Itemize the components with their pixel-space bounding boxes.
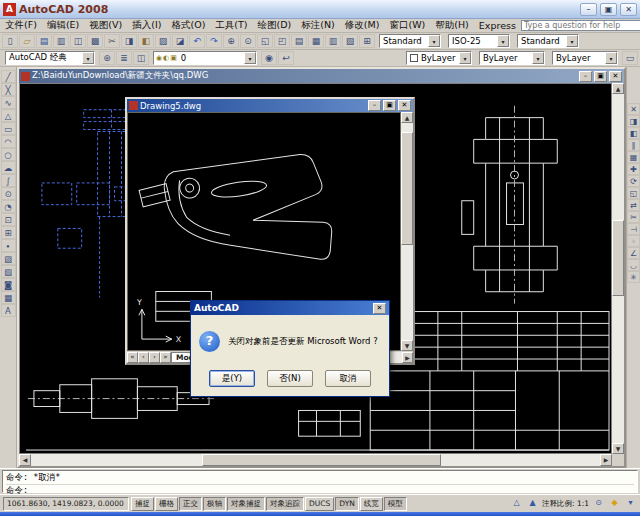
- status-menu-icon[interactable]: ▾: [624, 497, 637, 510]
- scrollbar-track[interactable]: [401, 123, 413, 340]
- status-shield-icon[interactable]: ◆: [608, 497, 621, 510]
- mirror-icon[interactable]: ◧: [627, 127, 640, 139]
- menu-item[interactable]: 帮助(H): [430, 19, 474, 32]
- status-toggle[interactable]: 对象追踪: [266, 497, 304, 511]
- dropdown-icon[interactable]: ▾: [605, 52, 617, 64]
- stretch-icon[interactable]: ⇄: [627, 199, 640, 211]
- workspace-settings-icon[interactable]: ⊛: [99, 51, 115, 65]
- dropdown-icon[interactable]: ▾: [428, 35, 440, 47]
- make-object-layer-icon[interactable]: ◉: [261, 51, 277, 65]
- menu-item[interactable]: 绘图(D): [253, 19, 297, 32]
- scrollbar-thumb[interactable]: [401, 132, 413, 245]
- open-icon[interactable]: ▱: [19, 34, 35, 48]
- save-icon[interactable]: ▤: [36, 34, 52, 48]
- region-icon[interactable]: ◙: [1, 278, 16, 291]
- status-toggle[interactable]: 对象捕捉: [227, 497, 265, 511]
- layer-properties-icon[interactable]: ≣: [116, 51, 132, 65]
- plot-style-icon[interactable]: ▭: [622, 51, 638, 65]
- shaft-view-geometry[interactable]: [28, 379, 217, 419]
- zoom-previous-icon[interactable]: ◰: [274, 34, 290, 48]
- drawing5-minimize-button[interactable]: –: [368, 100, 381, 111]
- move-icon[interactable]: ✚: [627, 163, 640, 175]
- dialog-close-button[interactable]: ✕: [373, 303, 386, 314]
- child-restore-button[interactable]: ▣: [594, 71, 607, 82]
- polygon-icon[interactable]: △: [1, 109, 16, 122]
- drawing5-vertical-scrollbar[interactable]: ▲ ▼: [401, 112, 413, 351]
- plot-icon[interactable]: ▥: [53, 34, 69, 48]
- status-toggle[interactable]: 栅格: [155, 497, 178, 511]
- tool-palettes-icon[interactable]: ▥: [325, 34, 341, 48]
- spline-icon[interactable]: ∫: [1, 174, 16, 187]
- status-toggle[interactable]: 线宽: [360, 497, 383, 511]
- scale-icon[interactable]: ◱: [627, 187, 640, 199]
- rectangle-icon[interactable]: ▭: [1, 122, 16, 135]
- dim-style-combo[interactable]: ISO-25 ▾: [448, 34, 510, 48]
- drawing-canvas[interactable]: 4.93 Drawing5.dwg – ▣ ✕: [19, 83, 612, 454]
- table-icon[interactable]: ▦: [1, 291, 16, 304]
- drawing5-maximize-button[interactable]: ▣: [383, 100, 396, 111]
- table-style-combo[interactable]: Standard ▾: [517, 34, 579, 48]
- zoom-realtime-icon[interactable]: ⊙: [240, 34, 256, 48]
- calculator-icon[interactable]: ⊞: [359, 34, 375, 48]
- menu-item[interactable]: 窗口(W): [384, 19, 430, 32]
- dropdown-icon[interactable]: ▾: [497, 35, 509, 47]
- dropdown-icon[interactable]: ▾: [459, 52, 471, 64]
- status-toggle[interactable]: DYN: [335, 497, 359, 511]
- dialog-titlebar[interactable]: AutoCAD ✕: [191, 301, 389, 315]
- hatch-icon[interactable]: ▨: [1, 252, 16, 265]
- cut-icon[interactable]: ✂: [104, 34, 120, 48]
- status-toggle[interactable]: 捕捉: [131, 497, 154, 511]
- menu-item[interactable]: 编辑(E): [42, 19, 84, 32]
- child-close-button[interactable]: ✕: [609, 71, 622, 82]
- tab-first-icon[interactable]: «: [127, 352, 138, 363]
- array-icon[interactable]: ▦: [627, 151, 640, 163]
- revision-cloud-icon[interactable]: ☁: [1, 161, 16, 174]
- color-combo[interactable]: ByLayer ▾: [406, 51, 472, 65]
- circle-icon[interactable]: ○: [1, 148, 16, 161]
- scroll-left-icon[interactable]: ◀: [19, 454, 31, 466]
- annotation-autoscale-icon[interactable]: ▲: [526, 497, 539, 510]
- cancel-button[interactable]: 取消: [325, 370, 371, 387]
- copy-clip-icon[interactable]: ◨: [121, 34, 137, 48]
- scroll-right-icon[interactable]: ▶: [402, 352, 413, 363]
- offset-icon[interactable]: ∥: [627, 139, 640, 151]
- text-style-combo[interactable]: Standard ▾: [379, 34, 441, 48]
- layer-states-icon[interactable]: ◫: [133, 51, 149, 65]
- maximize-button[interactable]: ▣: [600, 3, 617, 16]
- lineweight-combo[interactable]: ByLayer ▾: [552, 51, 618, 65]
- zoom-window-icon[interactable]: ◱: [257, 34, 273, 48]
- annotation-visibility-icon[interactable]: △: [510, 497, 523, 510]
- rotate-icon[interactable]: ⟳: [627, 175, 640, 187]
- sheet-set-manager-icon[interactable]: ▧: [342, 34, 358, 48]
- yes-button[interactable]: 是(Y): [209, 370, 255, 387]
- scroll-down-icon[interactable]: ▼: [401, 340, 413, 351]
- canvas-horizontal-scrollbar[interactable]: ◀ ▶: [19, 454, 624, 466]
- chamfer-icon[interactable]: ∠: [627, 247, 640, 259]
- layer-combo[interactable]: ◉◐▣ 0 ▾: [153, 51, 257, 65]
- linetype-combo[interactable]: ByLayer ▾: [479, 51, 545, 65]
- scrollbar-track[interactable]: [612, 94, 624, 443]
- dropdown-icon[interactable]: ▾: [244, 52, 256, 64]
- menu-item[interactable]: 插入(I): [127, 19, 166, 32]
- point-icon[interactable]: ∙: [1, 239, 16, 252]
- scroll-down-icon[interactable]: ▼: [612, 443, 624, 454]
- polyline-icon[interactable]: ∿: [1, 96, 16, 109]
- status-toggle[interactable]: 极轴: [203, 497, 226, 511]
- publish-icon[interactable]: ▩: [87, 34, 103, 48]
- canvas-vertical-scrollbar[interactable]: ▲ ▼: [612, 83, 624, 454]
- arc-icon[interactable]: ◠: [1, 135, 16, 148]
- scrollbar-track[interactable]: [31, 454, 600, 466]
- dropdown-icon[interactable]: ▾: [82, 52, 94, 64]
- child-minimize-button[interactable]: –: [579, 71, 592, 82]
- menu-item[interactable]: 格式(O): [166, 19, 210, 32]
- fillet-icon[interactable]: ◡: [627, 259, 640, 271]
- dropdown-icon[interactable]: ▾: [532, 52, 544, 64]
- gradient-icon[interactable]: ▧: [1, 265, 16, 278]
- detail-view-geometry[interactable]: [299, 410, 361, 436]
- properties-icon[interactable]: ▤: [291, 34, 307, 48]
- scrollbar-thumb[interactable]: [202, 454, 441, 466]
- help-search-input[interactable]: [521, 20, 640, 31]
- make-block-icon[interactable]: ⊞: [1, 226, 16, 239]
- copy-icon[interactable]: ◨: [627, 115, 640, 127]
- undo-icon[interactable]: ↶: [189, 34, 205, 48]
